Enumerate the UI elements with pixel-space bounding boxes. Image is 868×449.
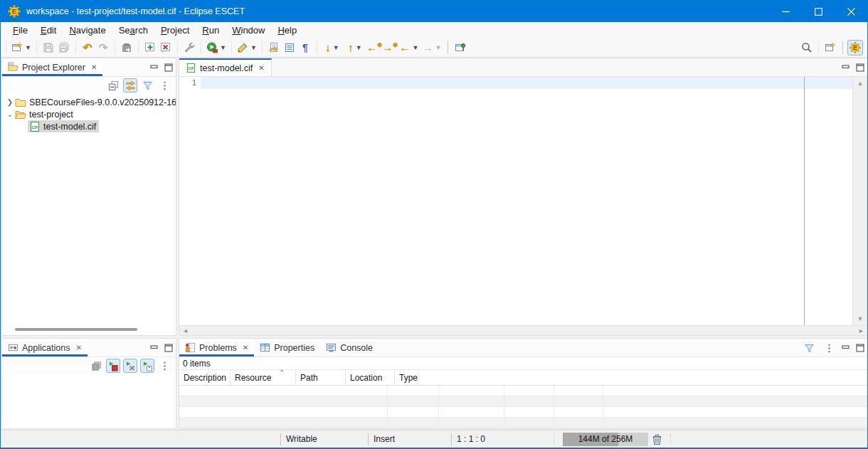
redo-button[interactable]: ↷ — [95, 40, 111, 56]
tab-console[interactable]: Console — [320, 339, 379, 356]
filter-button[interactable] — [140, 78, 154, 93]
tab-project-explorer[interactable]: Project Explorer ✕ — [2, 58, 102, 76]
scroll-up-icon[interactable]: ▲ — [853, 80, 867, 87]
close-editor-tab-icon[interactable]: ✕ — [258, 64, 264, 72]
pilcrow-icon: ¶ — [302, 43, 308, 53]
last-edit-forward-button[interactable]: →✱ — [382, 40, 398, 56]
minimize-view-button[interactable] — [842, 344, 850, 352]
auto-terminate-button[interactable] — [140, 359, 154, 373]
arrow-down-icon: ↓ — [325, 42, 331, 53]
menu-navigate[interactable]: Navigate — [63, 23, 112, 37]
column-location[interactable]: Location — [346, 370, 395, 385]
last-edit-back-button[interactable]: ←✱ — [366, 40, 382, 56]
launch-pen-dropdown-icon[interactable]: ▼ — [250, 44, 257, 51]
menu-window[interactable]: Window — [226, 23, 271, 37]
menu-run[interactable]: Run — [196, 23, 226, 37]
text-editor[interactable]: 1 ▲ ▼ — [179, 77, 867, 325]
column-path[interactable]: Path — [296, 370, 346, 385]
view-menu-button[interactable] — [157, 359, 171, 373]
search-button[interactable] — [799, 40, 815, 56]
undo-button[interactable]: ↶ — [80, 40, 95, 56]
tree-item-test-project[interactable]: ⌄ test-project — [2, 108, 176, 120]
menu-search[interactable]: Search — [112, 23, 154, 37]
scroll-down-icon[interactable]: ▼ — [853, 315, 867, 322]
close-project-explorer-icon[interactable]: ✕ — [91, 63, 97, 71]
menu-file[interactable]: File — [6, 23, 34, 37]
tab-applications[interactable]: Applications ✕ — [2, 339, 88, 356]
column-type[interactable]: Type — [395, 370, 418, 385]
forward-button[interactable]: →▼ — [420, 40, 443, 56]
scrollbar-thumb[interactable] — [15, 328, 137, 331]
open-perspective-button[interactable] — [822, 40, 838, 56]
collapse-all-button[interactable] — [106, 78, 120, 93]
scroll-right-icon[interactable]: ► — [858, 327, 864, 334]
tab-properties[interactable]: Properties — [254, 339, 320, 356]
menu-bar: File Edit Navigate Search Project Run Wi… — [1, 22, 867, 38]
project-tree: ❯ SBECourseFiles-9.0.0.v20250912-16241 ⌄… — [2, 94, 176, 132]
minimize-view-button[interactable] — [150, 63, 159, 72]
maximize-window-button[interactable] — [802, 1, 835, 22]
menu-project[interactable]: Project — [154, 23, 196, 37]
new-wizard-button[interactable]: ▼ — [10, 40, 33, 56]
tab-label: Console — [340, 343, 373, 353]
tab-test-model-cif[interactable]: CIF test-model.cif ✕ — [179, 58, 272, 76]
launch-pen-button[interactable]: ▼ — [235, 40, 258, 56]
save-all-button[interactable] — [56, 40, 72, 56]
arrow-left-star-icon: ←✱ — [366, 42, 382, 53]
svg-text:E: E — [12, 7, 16, 15]
redo-icon: ↷ — [99, 42, 108, 53]
chevron-down-icon[interactable]: ⌄ — [5, 110, 15, 118]
svg-text:CIF: CIF — [188, 66, 194, 70]
save-button[interactable] — [41, 40, 56, 56]
run-tool-button[interactable]: ▼ — [205, 40, 228, 56]
menu-edit[interactable]: Edit — [34, 23, 63, 37]
maximize-editor-button[interactable] — [856, 63, 864, 72]
minimize-editor-button[interactable] — [842, 63, 850, 72]
maximize-view-button[interactable] — [164, 344, 173, 352]
garbage-collect-button[interactable] — [651, 433, 664, 446]
back-button[interactable]: ←▼ — [398, 40, 420, 56]
view-menu-button[interactable] — [822, 341, 836, 355]
maximize-view-button[interactable] — [164, 63, 173, 72]
tab-problems[interactable]: Problems ✕ — [179, 339, 254, 356]
tree-item-sbecoursefiles[interactable]: ❯ SBECourseFiles-9.0.0.v20250912-16241 — [2, 96, 176, 108]
show-whitespace-button[interactable]: ¶ — [297, 40, 313, 56]
close-window-button[interactable] — [835, 1, 867, 22]
pin-editor-button[interactable] — [452, 40, 468, 56]
tree-item-test-model[interactable]: CIF test-model.cif — [2, 120, 176, 132]
maximize-view-button[interactable] — [856, 344, 864, 352]
close-problems-icon[interactable]: ✕ — [243, 344, 248, 352]
editor-horizontal-scrollbar[interactable]: ◄ ► — [179, 325, 867, 335]
scroll-left-icon[interactable]: ◄ — [182, 327, 189, 334]
close-applications-icon[interactable]: ✕ — [75, 344, 81, 352]
main-toolbar: ▼ ↶ ↷ ▼ ▼ — [1, 38, 867, 58]
chevron-right-icon[interactable]: ❯ — [5, 98, 15, 106]
run-tool-dropdown-icon[interactable]: ▼ — [220, 44, 226, 51]
next-annotation-button[interactable]: ↓▼ — [321, 40, 344, 56]
wrench-button[interactable] — [181, 40, 197, 56]
terminate-all-button[interactable] — [106, 359, 120, 373]
escet-perspective-button[interactable]: E — [847, 40, 863, 56]
editor-vertical-scrollbar[interactable]: ▲ ▼ — [852, 77, 867, 325]
filter-button[interactable] — [802, 341, 816, 355]
project-explorer-horizontal-scrollbar[interactable] — [2, 327, 176, 332]
remove-button[interactable] — [158, 40, 174, 56]
heap-label: 144M of 256M — [563, 434, 648, 444]
column-description[interactable]: Description — [179, 370, 231, 385]
stacked-squares-button[interactable] — [89, 359, 103, 373]
link-with-editor-file-button[interactable] — [266, 40, 282, 56]
view-menu-button[interactable] — [157, 78, 171, 93]
heap-status-widget: 144M of 256M — [563, 433, 648, 446]
minimize-view-button[interactable] — [150, 344, 159, 352]
remove-terminated-button[interactable] — [123, 359, 137, 373]
link-with-editor-button[interactable] — [123, 78, 137, 93]
outline-toggle-button[interactable] — [282, 40, 297, 56]
tab-label: Problems — [199, 343, 237, 353]
previous-annotation-button[interactable]: ↑▼ — [344, 40, 366, 56]
add-button[interactable] — [142, 40, 158, 56]
new-wizard-dropdown-icon[interactable]: ▼ — [25, 44, 31, 51]
menu-help[interactable]: Help — [271, 23, 303, 37]
column-resource[interactable]: Resource — [231, 370, 296, 385]
build-button[interactable] — [119, 40, 134, 56]
minimize-window-button[interactable] — [769, 1, 802, 22]
